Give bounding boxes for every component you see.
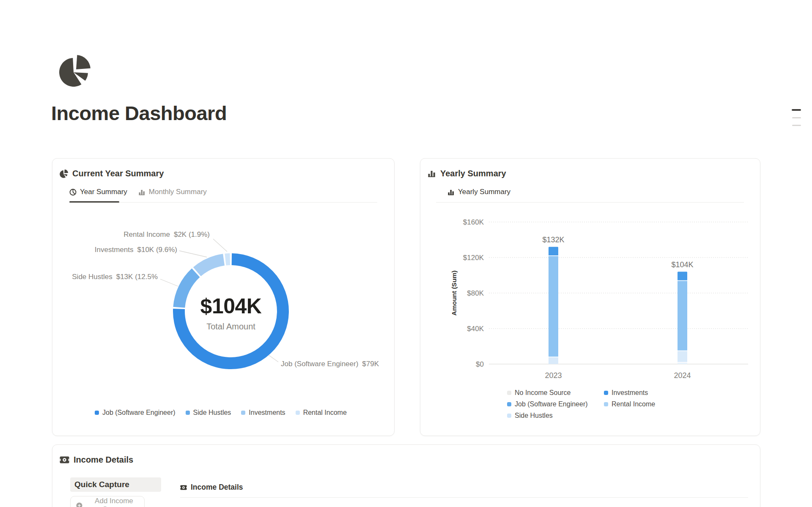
legend-label: Rental Income	[612, 400, 655, 408]
bar-segment-job-software-engineer-[interactable]	[678, 281, 687, 351]
bar-segment-investments[interactable]	[678, 272, 687, 281]
yearly-summary-card: Yearly Summary Yearly Summary $0$40K$80K…	[420, 158, 760, 436]
legend-item: Investments	[604, 389, 655, 397]
banknote-icon	[60, 456, 69, 463]
toc-line[interactable]	[792, 117, 801, 118]
legend-swatch	[241, 411, 245, 415]
legend-item: Investments	[241, 409, 285, 417]
y-tick-label: $160K	[463, 218, 484, 226]
bar-segment-job-software-engineer-[interactable]	[549, 256, 558, 357]
page-title: Income Dashboard	[51, 101, 227, 125]
quick-capture-label: Quick Capture	[74, 480, 129, 489]
income-details-card: Income Details Quick Capture Add Income …	[52, 444, 760, 507]
subsection-title: Income Details	[191, 483, 243, 492]
divider	[180, 497, 748, 498]
table-of-contents[interactable]	[792, 108, 802, 129]
x-category-label: 2024	[674, 371, 691, 380]
callout-rental-income: Rental Income$2K (1.9%)	[123, 230, 210, 239]
segment-gap	[677, 362, 688, 363]
legend-item: Rental Income	[604, 400, 655, 408]
legend-label: Rental Income	[303, 409, 347, 417]
segment-gap	[548, 356, 559, 357]
bar-total-label: $104K	[671, 260, 693, 269]
legend-swatch	[507, 414, 511, 418]
y-tick-label: $40K	[467, 325, 484, 333]
legend-label: Side Hustles	[515, 412, 553, 419]
pie-slice	[76, 55, 91, 69]
legend-item: Side Hustles	[507, 412, 588, 419]
segment-gap	[677, 280, 688, 281]
add-income-source-button[interactable]: Add Income Source	[70, 496, 145, 507]
legend-swatch	[604, 391, 608, 395]
legend-label: Side Hustles	[193, 409, 231, 417]
donut-legend: Job (Software Engineer)Side HustlesInves…	[95, 409, 347, 417]
card-header: Income Details	[60, 455, 133, 465]
bar-segment-investments[interactable]	[549, 247, 558, 256]
callout-investments: Investments$10K (9.6%)	[95, 246, 177, 254]
legend-swatch	[604, 402, 608, 406]
bar-legend-column-2: InvestmentsRental Income	[604, 389, 655, 408]
donut-segment-investments[interactable]	[197, 260, 224, 272]
donut-segment-rental-income[interactable]	[225, 259, 230, 260]
income-dashboard-page: { "page": { "title": "Income Dashboard",…	[0, 0, 812, 507]
y-tick-label: $120K	[463, 254, 484, 262]
toc-line[interactable]	[792, 125, 801, 126]
callout-job: Job (Software Engineer)$79K	[281, 360, 379, 368]
toc-line[interactable]	[792, 109, 801, 111]
quick-capture-heading[interactable]: Quick Capture	[70, 477, 161, 492]
legend-swatch	[95, 411, 99, 415]
segment-gap	[677, 351, 688, 351]
bar-segment-side-hustles[interactable]	[549, 357, 558, 364]
add-income-source-label: Add Income Source	[86, 497, 142, 507]
income-details-subsection-header: Income Details	[180, 483, 243, 492]
page-pie-chart-icon[interactable]	[59, 55, 91, 87]
legend-label: Job (Software Engineer)	[515, 400, 588, 408]
legend-item: Job (Software Engineer)	[95, 409, 176, 417]
current-year-summary-card: Current Year Summary Year Summary Monthl…	[52, 158, 395, 436]
segment-gap	[548, 255, 559, 256]
legend-label: No Income Source	[515, 389, 571, 397]
bar-legend-column-1: No Income SourceJob (Software Engineer)S…	[507, 389, 588, 419]
callout-side-hustles: Side Hustles$13K (12.5%	[72, 273, 158, 281]
x-category-label: 2023	[545, 371, 562, 380]
donut-total-caption: Total Amount	[167, 322, 294, 332]
y-tick-label: $80K	[467, 289, 484, 297]
legend-label: Investments	[612, 389, 648, 397]
bar-segment-side-hustles[interactable]	[678, 351, 687, 362]
legend-label: Job (Software Engineer)	[102, 409, 176, 417]
yearly-bar-chart: $0$40K$80K$120K$160KAmount (Sum)$132K202…	[420, 159, 760, 436]
legend-item: Side Hustles	[186, 409, 231, 417]
card-title: Income Details	[74, 455, 133, 465]
legend-swatch	[507, 391, 511, 395]
legend-item: Job (Software Engineer)	[507, 400, 588, 408]
donut-center: $104K Total Amount	[167, 294, 294, 332]
plus-circle-icon	[76, 502, 82, 507]
banknote-icon	[180, 485, 187, 490]
legend-swatch	[186, 411, 190, 415]
donut-total-value: $104K	[167, 294, 294, 318]
y-axis-label: Amount (Sum)	[450, 271, 458, 316]
legend-swatch	[507, 402, 511, 406]
legend-item: No Income Source	[507, 389, 588, 397]
y-tick-label: $0	[476, 360, 484, 368]
bar-total-label: $132K	[542, 236, 564, 244]
legend-label: Investments	[249, 409, 285, 417]
legend-swatch	[296, 411, 300, 415]
legend-item: Rental Income	[296, 409, 347, 417]
